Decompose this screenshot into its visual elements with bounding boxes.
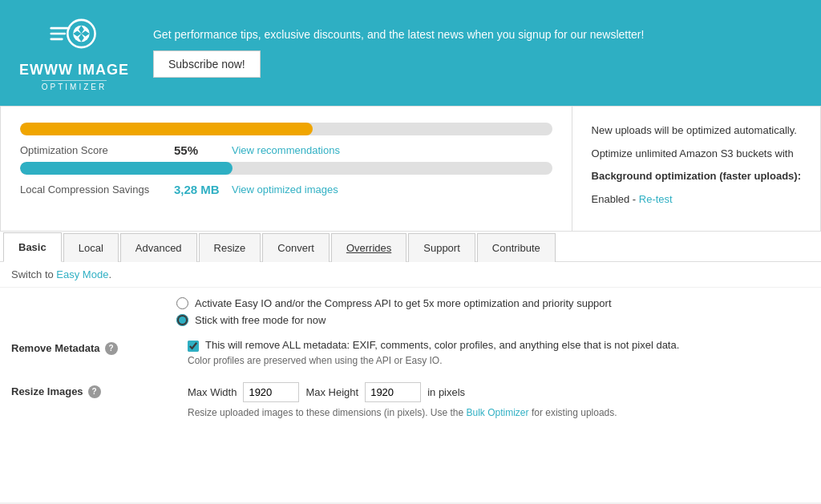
- tab-contribute[interactable]: Contribute: [477, 233, 556, 262]
- stats-panel: Optimization Score 55% View recommendati…: [0, 106, 821, 232]
- logo-area: EWWW IMAGE OPTIMIZER: [19, 14, 129, 91]
- tab-local[interactable]: Local: [63, 233, 119, 262]
- background-opt-label: Background optimization (faster uploads)…: [592, 168, 801, 185]
- optimization-score-value: 55%: [174, 143, 222, 157]
- optimization-score-row: Optimization Score 55% View recommendati…: [20, 143, 552, 157]
- logo-sub: OPTIMIZER: [42, 80, 107, 91]
- remove-metadata-subtext: Color profiles are preserved when using …: [188, 355, 810, 366]
- optimization-progress-fill: [20, 123, 313, 135]
- max-height-label: Max Height: [305, 386, 358, 398]
- remove-metadata-checkbox[interactable]: [188, 341, 199, 352]
- subscribe-button[interactable]: Subscribe now!: [153, 50, 261, 78]
- resize-images-label: Resize Images: [11, 385, 83, 397]
- easy-mode-suffix: .: [108, 268, 111, 280]
- optimization-score-label: Optimization Score: [20, 144, 164, 156]
- remove-metadata-label: Remove Metadata: [11, 342, 100, 354]
- ewww-logo-icon: [50, 14, 98, 62]
- tab-advanced[interactable]: Advanced: [120, 233, 197, 262]
- compression-savings-label: Local Compression Savings: [20, 183, 164, 196]
- stats-right: New uploads will be optimized automatica…: [572, 107, 820, 231]
- tab-basic[interactable]: Basic: [3, 232, 62, 262]
- tab-resize[interactable]: Resize: [199, 233, 261, 262]
- stats-right-text2: Optimize unlimited Amazon S3 buckets wit…: [592, 146, 801, 163]
- stats-left: Optimization Score 55% View recommendati…: [1, 107, 572, 231]
- header-banner: EWWW IMAGE OPTIMIZER Get performance tip…: [0, 0, 821, 106]
- max-height-input[interactable]: [365, 382, 421, 402]
- unit-label: in pixels: [427, 386, 465, 398]
- resize-images-control: Max Width Max Height in pixels Resize up…: [188, 382, 810, 418]
- stats-right-text1: New uploads will be optimized automatica…: [592, 123, 801, 139]
- optimization-progress-track: [20, 123, 552, 135]
- radio-free-label: Stick with free mode for now: [195, 314, 326, 326]
- bulk-optimizer-link[interactable]: Bulk Optimizer: [467, 407, 529, 418]
- tabs-bar: Basic Local Advanced Resize Convert Over…: [0, 232, 821, 262]
- remove-metadata-row: Remove Metadata ? This will remove ALL m…: [0, 331, 821, 374]
- radio-free-input[interactable]: [176, 314, 188, 326]
- resize-subtext-prefix: Resize uploaded images to these dimensio…: [188, 407, 467, 418]
- radio-easyio-option: Activate Easy IO and/or the Compress API…: [176, 297, 810, 309]
- easy-mode-bar: Switch to Easy Mode.: [0, 262, 821, 288]
- resize-images-subtext: Resize uploaded images to these dimensio…: [188, 407, 810, 418]
- resize-inputs-row: Max Width Max Height in pixels: [188, 382, 810, 402]
- remove-metadata-control: This will remove ALL metadata: EXIF, com…: [188, 339, 810, 366]
- header-content: Get performance tips, exclusive discount…: [153, 28, 802, 78]
- mode-selection-section: Activate Easy IO and/or the Compress API…: [0, 288, 821, 326]
- resize-images-label-col: Resize Images ?: [11, 382, 188, 398]
- optimization-progress-row: [20, 123, 552, 135]
- remove-metadata-checkbox-row: This will remove ALL metadata: EXIF, com…: [188, 339, 810, 352]
- header-tagline: Get performance tips, exclusive discount…: [153, 28, 802, 41]
- resize-images-help-icon[interactable]: ?: [88, 385, 101, 398]
- remove-metadata-help-icon[interactable]: ?: [105, 342, 118, 355]
- radio-free-option: Stick with free mode for now: [176, 314, 810, 326]
- compression-savings-value: 3,28 MB: [174, 183, 222, 196]
- compression-progress-row: [20, 162, 552, 175]
- view-optimized-link[interactable]: View optimized images: [232, 183, 338, 196]
- remove-metadata-checkbox-label: This will remove ALL metadata: EXIF, com…: [205, 339, 679, 351]
- radio-easyio-input[interactable]: [176, 297, 188, 309]
- logo-text: EWWW IMAGE: [19, 62, 129, 79]
- radio-easyio-label: Activate Easy IO and/or the Compress API…: [195, 297, 612, 309]
- easy-mode-prefix: Switch to: [11, 268, 56, 280]
- max-width-label: Max Width: [188, 386, 237, 398]
- tab-support[interactable]: Support: [408, 233, 475, 262]
- resize-subtext-suffix: for existing uploads.: [529, 407, 617, 418]
- compression-progress-fill: [20, 162, 233, 175]
- content-area: Switch to Easy Mode. Activate Easy IO an…: [0, 262, 821, 502]
- resize-images-row: Resize Images ? Max Width Max Height in …: [0, 374, 821, 426]
- compression-savings-row: Local Compression Savings 3,28 MB View o…: [20, 183, 552, 196]
- tab-overrides[interactable]: Overrides: [331, 233, 406, 262]
- max-width-input[interactable]: [243, 382, 299, 402]
- background-opt-status: Enabled - Re-test: [592, 192, 801, 208]
- remove-metadata-label-col: Remove Metadata ?: [11, 339, 188, 355]
- view-recommendations-link[interactable]: View recommendations: [232, 144, 340, 156]
- easy-mode-link[interactable]: Easy Mode: [56, 268, 108, 280]
- retest-link[interactable]: Re-test: [639, 193, 673, 205]
- compression-progress-track: [20, 162, 552, 175]
- main-wrapper: EWWW IMAGE OPTIMIZER Get performance tip…: [0, 0, 821, 502]
- tab-convert[interactable]: Convert: [262, 233, 330, 262]
